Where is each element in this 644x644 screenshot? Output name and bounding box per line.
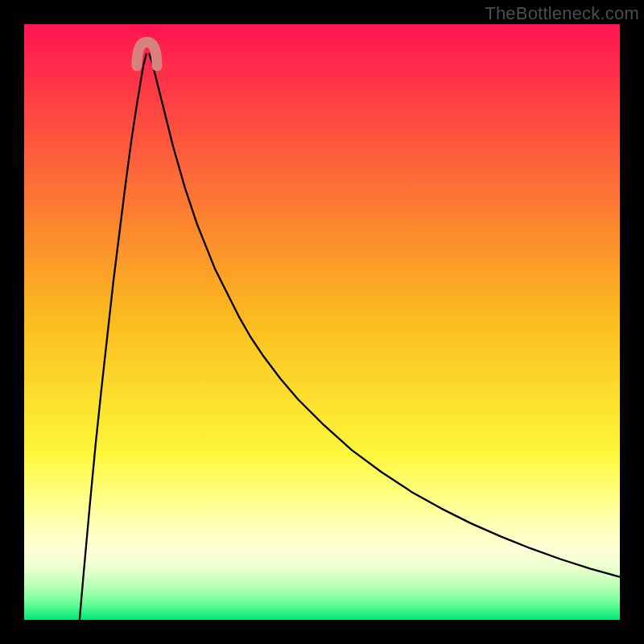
chart-canvas (24, 24, 620, 620)
plot-area (24, 24, 620, 620)
watermark-text: TheBottleneck.com (485, 3, 639, 24)
chart-frame: TheBottleneck.com (0, 0, 644, 644)
gradient-background (24, 24, 620, 620)
